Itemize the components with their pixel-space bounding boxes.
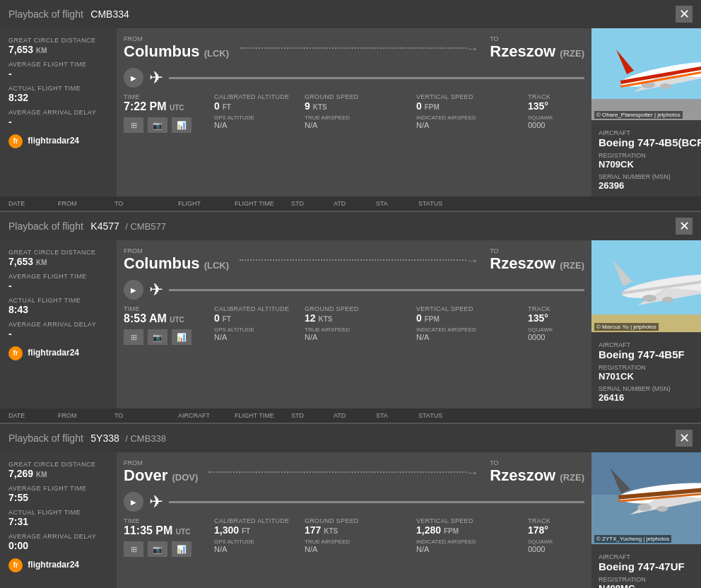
time-block-2: TIME 8:53 AM UTC ⊞ 📷 📊 [124,305,208,345]
dots-line-1 [240,47,466,49]
table-header-1: DATE FROM TO FLIGHT FLIGHT TIME STD ATD … [0,196,701,211]
close-button-1[interactable]: ✕ [676,6,693,23]
avg-arrival-label-1: AVERAGE ARRIVAL DELAY [8,109,108,116]
avg-arrival-label-2: AVERAGE ARRIVAL DELAY [8,321,108,328]
to-label-3: TO [490,459,584,466]
camera-icon-2[interactable]: 📷 [148,329,167,345]
panel-body-1: GREAT CIRCLE DISTANCE 7,653 KM AVERAGE F… [0,28,701,196]
fit-icon-3[interactable]: ⊞ [124,541,143,557]
th-sta-1: STA [376,200,418,207]
panel-title-1: Playback of flight CMB334 [8,8,129,20]
subtitle-2: / CMB577 [125,221,166,232]
fit-icon-2[interactable]: ⊞ [124,329,143,345]
avg-flight-label-1: AVERAGE FLIGHT TIME [8,61,108,68]
aircraft-photo-2: © Marcus Yu | jetphotos [591,240,701,332]
flight-number-3: 5Y338 [90,433,119,444]
chart-icon-2[interactable]: 📊 [172,329,192,345]
progress-bar-3[interactable] [169,501,584,503]
play-button-1[interactable]: ▶ [124,68,143,88]
dots-line-2 [240,259,466,261]
vertical-speed-block-1: VERTICAL SPEED 0 FPM INDICATED AIRSPEED … [416,93,522,133]
chart-icon-1[interactable]: 📊 [172,117,192,133]
to-label-1: TO [490,35,584,42]
fit-icon-1[interactable]: ⊞ [124,117,143,133]
time-block-3: TIME 11:35 PM UTC ⊞ 📷 📊 [124,517,208,557]
track-block-3: TRACK 178° SQUAWK 0000 [528,517,584,557]
th-from-2: FROM [58,412,114,419]
fr24-circle-2: fr [8,346,23,360]
great-circle-value-1: 7,653 KM [8,44,108,55]
main-content-2: FROM Columbus (LCK) → TO Rzeszow (RZE) [117,240,591,408]
route-arrow-3: → [198,464,490,481]
left-sidebar-1: GREAT CIRCLE DISTANCE 7,653 KM AVERAGE F… [0,28,117,196]
avg-arrival-label-3: AVERAGE ARRIVAL DELAY [8,533,108,540]
camera-icon-1[interactable]: 📷 [148,117,167,133]
track-block-2: TRACK 135° SQUAWK 0000 [528,305,584,345]
to-block-1: TO Rzeszow (RZE) [490,35,584,61]
title-text-2: Playback of flight [8,220,83,232]
from-label-1: FROM [124,35,229,42]
panel-header-2: Playback of flight K4577 / CMB577 ✕ [0,212,701,240]
th-std-2: STD [291,412,334,419]
th-from-1: FROM [58,200,114,207]
control-icons-3: ⊞ 📷 📊 [124,541,208,557]
camera-icon-3[interactable]: 📷 [148,541,167,557]
panel-title-3: Playback of flight 5Y338 / CMB338 [8,432,166,445]
flight-number-2: K4577 [90,220,119,232]
aircraft-photo-3: © ZYTX_Yucheng | jetphotos [591,452,701,544]
great-circle-value-2: 7,653 KM [8,256,108,267]
stats-row-3: TIME 11:35 PM UTC ⊞ 📷 📊 CALIBRATED ALTIT… [124,517,584,557]
to-code-2: (RZE) [560,260,584,271]
th-flighttime-1: FLIGHT TIME [235,200,291,207]
close-button-3[interactable]: ✕ [676,430,693,447]
close-button-2[interactable]: ✕ [676,218,693,235]
from-block-1: FROM Columbus (LCK) [124,35,229,61]
photo-credit-2: © Marcus Yu | jetphotos [594,323,659,331]
from-block-3: FROM Dover (DOV) [124,459,198,485]
panel-body-3: GREAT CIRCLE DISTANCE 7,269 KM AVERAGE F… [0,452,701,588]
progress-bar-1[interactable] [169,77,584,79]
panel-body-2: GREAT CIRCLE DISTANCE 7,653 KM AVERAGE F… [0,240,701,408]
avg-flight-value-1: - [8,68,108,79]
fr24-text-2: flightradar24 [28,348,79,358]
title-text-1: Playback of flight [8,8,83,20]
aircraft-info-3: AIRCRAFT Boeing 747-47UF REGISTRATION N4… [591,544,701,588]
left-sidebar-3: GREAT CIRCLE DISTANCE 7,269 KM AVERAGE F… [0,452,117,588]
to-code-1: (RZE) [560,48,584,59]
vertical-speed-block-2: VERTICAL SPEED 0 FPM INDICATED AIRSPEED … [416,305,522,345]
chart-icon-3[interactable]: 📊 [172,541,192,557]
flight-number-1: CMB334 [90,8,129,20]
playback-controls-1: ▶ ✈ [124,68,584,88]
calibrated-alt-block-2: CALIBRATED ALTITUDE 0 FT GPS ALTITUDE N/… [214,305,299,345]
photo-panel-2: © Marcus Yu | jetphotos AIRCRAFT Boeing … [591,240,701,408]
great-circle-value-3: 7,269 KM [8,468,108,479]
panel-header-3: Playback of flight 5Y338 / CMB338 ✕ [0,424,701,452]
play-button-3[interactable]: ▶ [124,492,143,512]
panel-header-1: Playback of flight CMB334 ✕ [0,0,701,28]
ground-speed-block-3: GROUND SPEED 177 KTS TRUE AIRSPEED N/A [305,517,411,557]
great-circle-label-1: GREAT CIRCLE DISTANCE [8,37,108,44]
panel-title-2: Playback of flight K4577 / CMB577 [8,220,166,233]
flight-panel-1: Playback of flight CMB334 ✕ GREAT CIRCLE… [0,0,701,211]
fr24-circle-3: fr [8,558,23,572]
track-block-1: TRACK 135° SQUAWK 0000 [528,93,584,133]
main-content-3: FROM Dover (DOV) → TO Rzeszow (RZE) [117,452,591,588]
flight-panel-2: Playback of flight K4577 / CMB577 ✕ GREA… [0,212,701,423]
actual-flight-value-3: 7:31 [8,516,108,527]
arrow-head-2: → [465,252,479,269]
from-city-2: Columbus (LCK) [124,254,229,273]
from-code-1: (LCK) [204,48,229,59]
actual-flight-label-3: ACTUAL FLIGHT TIME [8,509,108,516]
ground-speed-block-1: GROUND SPEED 9 KTS TRUE AIRSPEED N/A [305,93,411,133]
progress-bar-2[interactable] [169,289,584,291]
route-row-3: FROM Dover (DOV) → TO Rzeszow (RZE) [124,459,584,485]
actual-flight-label-1: ACTUAL FLIGHT TIME [8,85,108,92]
from-city-3: Dover (DOV) [124,466,198,485]
to-label-2: TO [490,247,584,254]
table-header-2: DATE FROM TO AIRCRAFT FLIGHT TIME STD AT… [0,408,701,423]
plane-icon-3: ✈ [149,492,163,512]
actual-flight-value-1: 8:32 [8,92,108,103]
svg-point-22 [637,504,652,511]
calibrated-alt-block-1: CALIBRATED ALTITUDE 0 FT GPS ALTITUDE N/… [214,93,299,133]
play-button-2[interactable]: ▶ [124,280,143,300]
